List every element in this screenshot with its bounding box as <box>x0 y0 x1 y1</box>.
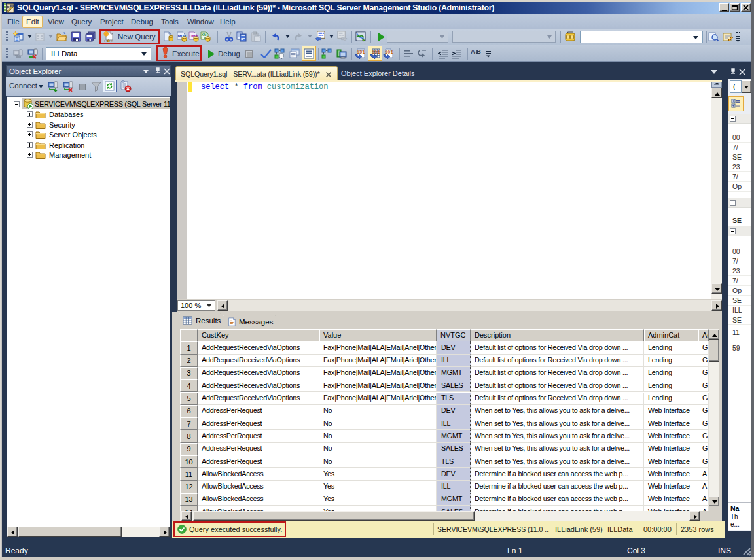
svg-text:101: 101 <box>385 50 393 55</box>
svg-text:101: 101 <box>357 50 365 55</box>
svg-text:101: 101 <box>372 50 380 55</box>
